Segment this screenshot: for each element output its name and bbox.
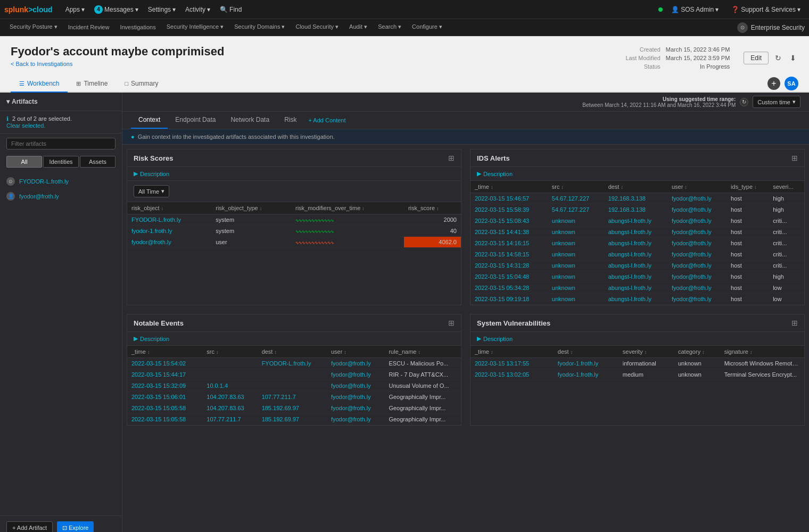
col-dest[interactable]: dest ↕ — [258, 346, 327, 358]
sec-nav-incident-review[interactable]: Incident Review — [63, 21, 115, 35]
add-artifact-button[interactable]: + Add Artifact — [6, 521, 53, 532]
page-header-right: CreatedMarch 15, 2022 3:46 PM Last Modif… — [622, 45, 798, 71]
edit-button[interactable]: Edit — [744, 52, 769, 64]
col-risk-modifiers[interactable]: risk_modifiers_over_time ↕ — [291, 202, 404, 214]
tabs-bar: ☰ Workbench ⊞ Timeline □ Summary + SA — [0, 76, 809, 93]
chevron-icon: ▾ — [81, 6, 85, 13]
explore-button[interactable]: ⊡ Explore — [57, 521, 94, 532]
col-rule-name[interactable]: rule_name ↕ — [384, 346, 461, 358]
table-row: 2022-03-15 15:54:02 FYODOR-L.froth.ly fy… — [127, 358, 461, 369]
enterprise-security-brand: ⊙ Enterprise Security — [737, 22, 805, 33]
status-indicator — [658, 7, 663, 12]
table-row: fyodor-1.froth.ly system ∿∿∿∿∿∿∿∿∿∿∿∿ 40 — [127, 226, 461, 237]
time-range-bar: Using suggested time range: Between Marc… — [122, 93, 809, 112]
col-time[interactable]: _time ↕ — [470, 181, 548, 193]
content-tab-network[interactable]: Network Data — [223, 112, 277, 129]
col-user[interactable]: user ↕ — [667, 181, 727, 193]
table-row: 2022-03-15 14:58:15 unknown abungst-l.fr… — [470, 249, 804, 260]
sec-nav-audit[interactable]: Audit ▾ — [344, 20, 373, 35]
nav-messages[interactable]: 4 Messages ▾ — [90, 3, 143, 16]
nav-apps[interactable]: Apps ▾ — [61, 4, 89, 15]
nav-support[interactable]: ❓ Support & Services ▾ — [727, 4, 805, 15]
panel-expand-icon[interactable]: ⊞ — [791, 154, 798, 162]
nav-find[interactable]: 🔍 Find — [216, 4, 246, 15]
col-src[interactable]: src ↕ — [548, 181, 604, 193]
back-link[interactable]: < Back to Investigations — [11, 61, 224, 67]
col-signature[interactable]: signature ↕ — [720, 346, 804, 358]
chevron-down-icon: ▾ — [793, 98, 796, 105]
sec-nav-configure[interactable]: Configure ▾ — [407, 20, 448, 35]
tab-summary[interactable]: □ Summary — [116, 76, 167, 93]
custom-time-button[interactable]: Custom time ▾ — [753, 96, 800, 108]
sparkline-icon: ∿∿∿∿∿∿∿∿∿∿∿∿ — [295, 240, 334, 245]
artifact-tab-all[interactable]: All — [6, 156, 42, 168]
artifact-tab-identities[interactable]: Identities — [43, 156, 79, 168]
col-time[interactable]: _time ↕ — [127, 346, 202, 358]
content-area: ▾ Artifacts ℹ 2 out of 2 are selected. C… — [0, 93, 809, 532]
col-risk-score[interactable]: risk_score ↕ — [404, 202, 461, 214]
col-dest[interactable]: dest ↕ — [554, 346, 618, 358]
info-icon: ● — [131, 134, 135, 140]
col-time[interactable]: _time ↕ — [470, 346, 554, 358]
download-button[interactable]: ⬇ — [788, 52, 798, 64]
table-row: fyodor@froth.ly user ∿∿∿∿∿∿∿∿∿∿∿∿ 4062.0 — [127, 237, 461, 248]
collapse-icon[interactable]: ▾ — [6, 98, 10, 105]
add-content-button[interactable]: + Add Content — [308, 117, 345, 123]
tab-workbench[interactable]: ☰ Workbench — [11, 76, 68, 93]
col-severity[interactable]: severi... — [769, 181, 804, 193]
panel-expand-icon[interactable]: ⊞ — [448, 154, 455, 162]
chevron-icon: ▾ — [797, 6, 800, 13]
sec-nav-search[interactable]: Search ▾ — [373, 20, 407, 35]
sec-nav-investigations[interactable]: Investigations — [114, 21, 161, 35]
content-tab-context[interactable]: Context — [131, 112, 168, 129]
artifact-item[interactable]: ⊙ FYODOR-L.froth.ly — [0, 174, 122, 189]
col-user[interactable]: user ↕ — [327, 346, 385, 358]
sec-nav-security-intelligence[interactable]: Security Intelligence ▾ — [161, 20, 229, 35]
tabs-right: + SA — [767, 77, 798, 90]
col-src[interactable]: src ↕ — [202, 346, 257, 358]
col-ids-type[interactable]: ids_type ↕ — [727, 181, 769, 193]
sparkline-cell: ∿∿∿∿∿∿∿∿∿∿∿∿ — [291, 237, 404, 248]
col-risk-object-type[interactable]: risk_object_type ↕ — [211, 202, 291, 214]
sec-nav-security-domains[interactable]: Security Domains ▾ — [229, 20, 290, 35]
panel-expand-icon[interactable]: ⊞ — [791, 319, 798, 327]
tab-timeline[interactable]: ⊞ Timeline — [68, 76, 116, 93]
table-row: 2022-03-15 15:46:57 54.67.127.227 192.16… — [470, 193, 804, 204]
filter-artifacts-input[interactable] — [6, 138, 115, 149]
time-filter-dropdown[interactable]: All Time ▾ — [134, 185, 169, 197]
description-link[interactable]: ▶ Description — [134, 170, 455, 177]
ids-description: ▶ Description — [470, 167, 804, 181]
panel-expand-icon[interactable]: ⊞ — [448, 319, 455, 327]
nav-activity[interactable]: Activity ▾ — [181, 4, 214, 15]
table-row: 2022-03-15 15:44:17 fyodor@froth.ly RIR … — [127, 369, 461, 380]
chevron-icon: ▾ — [715, 6, 719, 13]
sparkline-cell: ∿∿∿∿∿∿∿∿∿∿∿∿ — [291, 226, 404, 237]
risk-score-cell: 4062.0 — [404, 237, 461, 248]
description-link[interactable]: ▶ Description — [477, 170, 798, 177]
artifact-item[interactable]: 👤 fyodor@froth.ly — [0, 189, 122, 204]
time-range-label: Using suggested time range: Between Marc… — [582, 96, 736, 108]
description-link[interactable]: ▶ Description — [477, 335, 798, 342]
col-category[interactable]: category ↕ — [674, 346, 720, 358]
refresh-button[interactable]: ↻ — [773, 52, 783, 64]
sec-nav-cloud-security[interactable]: Cloud Security ▾ — [290, 20, 344, 35]
col-risk-object[interactable]: risk_object ↕ — [127, 202, 211, 214]
info-bar: ● Gain context into the investigated art… — [122, 129, 809, 145]
add-tab-button[interactable]: + — [767, 77, 780, 90]
risk-scores-table-wrapper: risk_object ↕ risk_object_type ↕ risk_mo… — [127, 202, 461, 248]
artifact-tab-assets[interactable]: Assets — [80, 156, 115, 168]
clear-selected-link[interactable]: Clear selected. — [6, 122, 45, 129]
search-icon: 🔍 — [220, 6, 228, 13]
nav-settings[interactable]: Settings ▾ — [144, 4, 180, 15]
notable-events-panel: Notable Events ⊞ ▶ Description — [127, 314, 461, 426]
nav-user[interactable]: 👤 SOS Admin ▾ — [667, 4, 723, 15]
description-link[interactable]: ▶ Description — [134, 335, 455, 342]
content-tab-endpoint[interactable]: Endpoint Data — [168, 112, 223, 129]
chevron-right-icon: ▶ — [477, 335, 481, 342]
col-dest[interactable]: dest ↕ — [604, 181, 667, 193]
time-refresh-button[interactable]: ↻ — [740, 98, 748, 106]
content-tab-risk[interactable]: Risk — [277, 112, 304, 129]
sec-nav-security-posture[interactable]: Security Posture ▾ — [4, 20, 63, 35]
chevron-right-icon: ▶ — [134, 335, 138, 342]
col-severity[interactable]: severity ↕ — [618, 346, 674, 358]
